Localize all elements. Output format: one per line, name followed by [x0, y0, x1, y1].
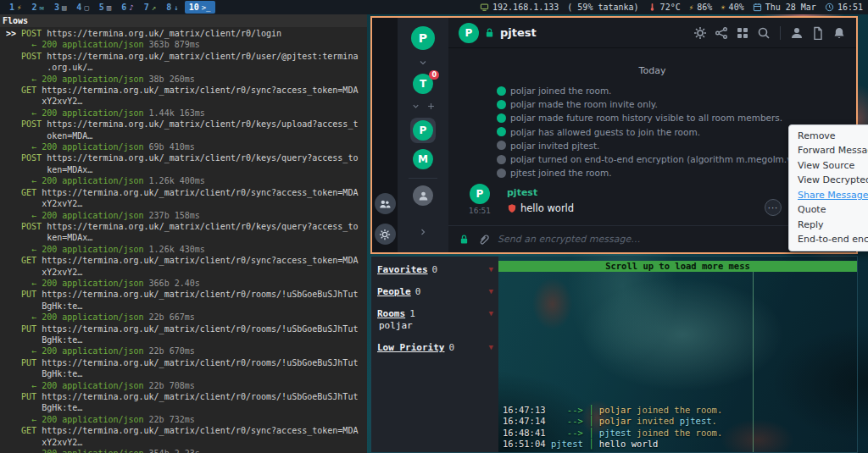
room-avatar-m[interactable]: M: [413, 149, 433, 169]
flow-row[interactable]: xY2xvY2…: [6, 437, 367, 448]
flow-row[interactable]: ← 200 application/json 22b 708ms: [6, 380, 367, 391]
flow-row[interactable]: PUT https://termina.org.uk/_matrix/clien…: [6, 323, 367, 334]
room-settings-button[interactable]: [693, 26, 707, 40]
workspace-number: 2: [31, 3, 36, 12]
chevron-down-icon[interactable]: [418, 58, 428, 68]
flow-row[interactable]: >> POST https://termina.org.uk/_matrix/c…: [6, 28, 367, 39]
workspace-4[interactable]: 4▢: [72, 1, 92, 14]
flow-row[interactable]: BgHk:te…: [6, 334, 367, 345]
buffer-room-poljar[interactable]: poljar: [377, 320, 493, 331]
notifications-button[interactable]: [832, 26, 846, 40]
flow-row[interactable]: POST https://termina.org.uk/_matrix/clie…: [6, 221, 367, 232]
buffer-low-priority[interactable]: Low Priority0: [377, 342, 493, 353]
room-avatar-pjtest[interactable]: P: [410, 118, 436, 143]
menu-item-end-to-end-encry[interactable]: End-to-end encry: [789, 233, 868, 248]
flow-row[interactable]: GET https://termina.org.uk/_matrix/clien…: [6, 85, 367, 96]
date-icon: [753, 3, 762, 12]
collapse-arrow-icon[interactable]: [489, 342, 493, 353]
workspace-7[interactable]: 7↗: [140, 1, 160, 14]
workspace-3[interactable]: 3▤: [50, 1, 70, 14]
add-room-icon[interactable]: [426, 102, 436, 111]
integrations-button[interactable]: [736, 26, 749, 40]
collapse-arrow-icon[interactable]: [489, 286, 493, 297]
collapse-arrow-icon[interactable]: [489, 308, 493, 319]
flow-row[interactable]: ← 200 application/json 354b 2.23s: [6, 448, 367, 453]
flow-row[interactable]: POST https://termina.org.uk/_matrix/clie…: [6, 51, 367, 62]
room-avatar[interactable]: P: [459, 23, 479, 43]
flow-row[interactable]: ← 200 application/json 22b 670ms: [6, 345, 367, 356]
flow-row[interactable]: xY2xvY2…: [6, 198, 367, 209]
flow-row[interactable]: ken=MDAx…: [6, 232, 367, 243]
date-separator: Today: [448, 65, 856, 76]
workspace-1[interactable]: 1⚡: [5, 1, 25, 14]
workspace-2[interactable]: 2✉: [27, 1, 47, 14]
menu-item-view-decrypted-s[interactable]: View Decrypted S: [789, 174, 868, 189]
brightness-icon: ☀: [721, 3, 725, 12]
flow-row[interactable]: ← 200 application/json 38b 260ms: [6, 74, 367, 85]
flow-row[interactable]: GET https://termina.org.uk/_matrix/clien…: [6, 255, 367, 266]
attachment-icon[interactable]: [477, 233, 490, 246]
flow-row[interactable]: ken=MDAx…: [6, 164, 367, 175]
room-avatar-t[interactable]: T0: [413, 74, 433, 94]
sender-avatar[interactable]: P: [470, 184, 490, 204]
text-segment: 16:48:41: [503, 428, 546, 438]
workspace-6[interactable]: 6♪: [117, 1, 137, 14]
workspace-10[interactable]: 10>_: [185, 1, 215, 14]
flow-row[interactable]: GET https://termina.org.uk/_matrix/clien…: [6, 187, 367, 198]
flow-row[interactable]: PUT https://termina.org.uk/_matrix/clien…: [6, 289, 367, 300]
flow-row[interactable]: ← 200 application/json 1.44k 163ms: [6, 108, 367, 119]
buffer-count: 0: [448, 342, 454, 353]
buffer-rooms[interactable]: Rooms1: [377, 308, 493, 319]
flow-row[interactable]: ← 200 application/json 237b 158ms: [6, 210, 367, 221]
member-avatar[interactable]: [413, 185, 433, 206]
text-segment: 38b 260ms: [144, 75, 195, 84]
flow-row[interactable]: ← 200 application/json 366b 2.40s: [6, 278, 367, 289]
flow-row[interactable]: PUT https://termina.org.uk/_matrix/clien…: [6, 357, 367, 368]
workspace-5[interactable]: 5▥: [95, 1, 115, 14]
status-text: 40%: [729, 3, 744, 12]
flow-row[interactable]: BgHk:te…: [6, 301, 367, 312]
flow-row[interactable]: ← 200 application/json 1.26k 430ms: [6, 244, 367, 255]
flow-row[interactable]: GET https://termina.org.uk/_matrix/clien…: [6, 425, 367, 436]
menu-item-forward-message[interactable]: Forward Message: [789, 144, 868, 159]
flow-row[interactable]: ← 200 application/json 69b 410ms: [6, 141, 367, 152]
flow-row[interactable]: .org.uk/…: [6, 62, 367, 73]
buffer-section: Rooms1poljar: [377, 308, 493, 331]
chevron-right-icon[interactable]: [418, 227, 428, 237]
menu-item-quote[interactable]: Quote: [789, 203, 868, 218]
flow-row[interactable]: oken=MDA…: [6, 130, 367, 141]
buffer-people[interactable]: People0: [377, 286, 493, 297]
flow-row[interactable]: POST https://termina.org.uk/_matrix/clie…: [6, 119, 367, 130]
menu-item-reply[interactable]: Reply: [789, 218, 868, 233]
message-input[interactable]: Send an encrypted message…: [498, 234, 823, 245]
search-button[interactable]: [757, 26, 771, 40]
chevron-down-icon[interactable]: [411, 102, 420, 111]
status-text: 72°C: [660, 3, 681, 12]
flow-row[interactable]: ← 200 application/json 1.26k 400ms: [6, 175, 367, 186]
buffer-favorites[interactable]: Favorites0: [377, 264, 493, 275]
status-battery: ⚡86%: [689, 3, 712, 12]
flow-row[interactable]: BgHk:te…: [6, 368, 367, 379]
flow-row[interactable]: BgHk:te…: [6, 402, 367, 413]
user-menu-avatar[interactable]: P: [411, 26, 435, 50]
flow-row[interactable]: ← 200 application/json 363b 879ms: [6, 39, 367, 50]
battery-icon: ⚡: [689, 3, 693, 12]
flow-row[interactable]: POST https://termina.org.uk/_matrix/clie…: [6, 152, 367, 163]
divider: [409, 178, 437, 179]
menu-item-remove[interactable]: Remove: [789, 129, 868, 144]
workspace-8[interactable]: 8↓: [162, 1, 182, 14]
member-list-button[interactable]: [790, 26, 804, 40]
flow-row[interactable]: xY2xvY2…: [6, 96, 367, 107]
share-room-button[interactable]: [715, 26, 728, 40]
menu-item-share-message[interactable]: Share Message: [789, 188, 868, 203]
settings-button[interactable]: [375, 224, 396, 245]
text-segment: 237b 158ms: [144, 211, 200, 220]
flow-row[interactable]: ← 200 application/json 22b 667ms: [6, 312, 367, 323]
files-button[interactable]: [811, 26, 825, 40]
community-button[interactable]: [375, 193, 396, 214]
flow-row[interactable]: xY2xvY2…: [6, 267, 367, 278]
menu-item-view-source[interactable]: View Source: [789, 158, 868, 174]
flow-row[interactable]: PUT https://termina.org.uk/_matrix/clien…: [6, 391, 367, 402]
collapse-arrow-icon[interactable]: [489, 264, 493, 275]
flow-row[interactable]: ← 200 application/json 22b 732ms: [6, 414, 367, 425]
